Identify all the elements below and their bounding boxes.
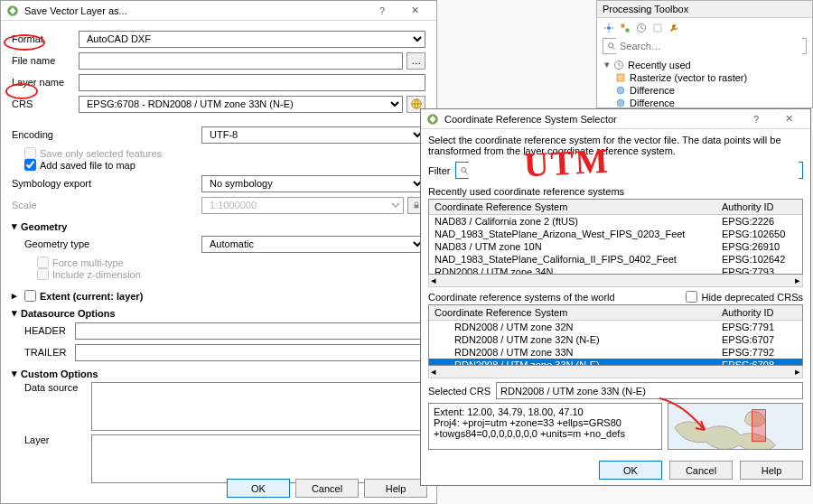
list-row[interactable]: NAD_1983_StatePlane_Arizona_West_FIPS_02… [429, 228, 802, 240]
svg-rect-15 [617, 74, 624, 81]
model-icon[interactable] [619, 22, 631, 34]
ok-button[interactable]: OK [227, 479, 290, 498]
gear-icon[interactable] [603, 22, 615, 34]
layer-ta-label: Layer [24, 434, 91, 445]
selected-crs-field [496, 382, 803, 399]
toolbox-search[interactable] [603, 38, 807, 54]
browse-button[interactable]: … [406, 52, 425, 70]
help-button[interactable]: Help [364, 479, 427, 498]
svg-rect-9 [626, 29, 630, 33]
geometry-section[interactable]: ▾Geometry [12, 218, 425, 235]
qgis-icon [6, 5, 19, 17]
horizontal-scrollbar[interactable]: ◂▸ [428, 275, 803, 287]
crs-titlebar: Coordinate Reference System Selector ? ✕ [421, 109, 810, 129]
column-header-crs[interactable]: Coordinate Reference System [429, 305, 716, 320]
layer-textarea[interactable] [91, 434, 425, 483]
svg-point-19 [462, 167, 466, 172]
titlebar: Save Vector Layer as... ? ✕ [1, 1, 436, 21]
algorithm-icon [615, 85, 626, 96]
list-row[interactable]: RDN2008 / UTM zone 33NEPSG:7792 [429, 346, 802, 359]
scale-label: Scale [12, 200, 201, 210]
list-row[interactable]: RDN2008 / UTM zone 32NEPSG:7791 [429, 321, 802, 333]
crs-help-button[interactable]: Help [740, 461, 803, 480]
list-row[interactable]: RDN2008 / UTM zone 33N (N-E)EPSG:6708 [429, 359, 802, 366]
column-header-auth[interactable]: Authority ID [716, 305, 802, 320]
history-icon[interactable] [635, 22, 648, 34]
horizontal-scrollbar[interactable]: ◂▸ [428, 366, 803, 378]
header-label: HEADER [24, 325, 75, 336]
svg-point-3 [607, 26, 611, 30]
crs-ok-button[interactable]: OK [599, 461, 662, 480]
crs-selector-dialog: Coordinate Reference System Selector ? ✕… [420, 108, 811, 486]
crs-select[interactable]: EPSG:6708 - RDN2008 / UTM zone 33N (N-E) [79, 96, 403, 113]
crs-extent-highlight [752, 409, 766, 442]
svg-line-13 [612, 47, 615, 50]
format-label: Format [12, 33, 79, 44]
hide-deprecated-check[interactable]: Hide deprecated CRSs [686, 291, 803, 303]
trailer-input[interactable] [75, 344, 425, 361]
datasource-options-section[interactable]: ▾Datasource Options [12, 304, 425, 322]
crs-label: CRS [12, 98, 79, 109]
filename-input[interactable] [79, 52, 403, 70]
recently-used-node[interactable]: ▾Recently used [603, 58, 807, 71]
svg-rect-11 [654, 24, 661, 32]
list-row[interactable]: RDN2008 / UTM zone 34NEPSG:7793 [429, 266, 802, 275]
dialog-close-button[interactable]: ✕ [398, 1, 431, 21]
trailer-label: TRAILER [24, 347, 75, 358]
save-only-selected-check: Save only selected features [24, 147, 425, 159]
world-map-icon [670, 406, 800, 450]
list-row[interactable]: RDN2008 / UTM zone 32N (N-E)EPSG:6707 [429, 333, 802, 346]
encoding-label: Encoding [12, 129, 201, 140]
filename-label: File name [12, 55, 79, 66]
column-header-auth[interactable]: Authority ID [716, 200, 802, 214]
custom-options-section[interactable]: ▾Custom Options [12, 365, 425, 382]
raster-icon [615, 72, 626, 83]
dialog-help-button[interactable]: ? [366, 1, 398, 21]
layername-input[interactable] [79, 74, 425, 91]
svg-point-16 [617, 87, 624, 94]
crs-dialog-help-button[interactable]: ? [740, 109, 772, 129]
format-select[interactable]: AutoCAD DXF [79, 31, 425, 48]
tree-item[interactable]: Difference [603, 97, 807, 109]
svg-rect-2 [415, 205, 419, 209]
toolbox-title: Processing Toolbox [597, 1, 812, 18]
wrench-icon[interactable] [668, 22, 680, 34]
crs-description: Select the coordinate reference system f… [428, 135, 803, 156]
toolbox-toolbar [603, 22, 807, 34]
add-saved-file-check[interactable]: Add saved file to map [24, 159, 425, 171]
symbology-label: Symbology export [12, 178, 201, 189]
extent-section[interactable]: ▸Extent (current: layer) [12, 287, 425, 304]
crs-dialog-title: Coordinate Reference System Selector [444, 114, 740, 125]
clock-icon [613, 60, 624, 70]
crs-extent-text: Extent: 12.00, 34.79, 18.00, 47.10 Proj4… [428, 403, 662, 450]
encoding-select[interactable]: UTF-8 [201, 126, 425, 144]
algorithm-icon [615, 98, 626, 108]
crs-cancel-button[interactable]: Cancel [669, 461, 733, 480]
symbology-select[interactable]: No symbology [201, 175, 425, 192]
tree-item[interactable]: Rasterize (vector to raster) [603, 71, 807, 84]
results-icon[interactable] [651, 22, 664, 34]
search-icon [607, 42, 616, 51]
recent-crs-list[interactable]: Coordinate Reference SystemAuthority ID … [428, 199, 803, 275]
crs-filter-input[interactable] [469, 162, 799, 179]
data-source-textarea[interactable] [91, 382, 425, 431]
list-row[interactable]: NAD_1983_StatePlane_California_II_FIPS_0… [429, 253, 802, 266]
filter-label: Filter [428, 165, 450, 176]
column-header-crs[interactable]: Coordinate Reference System [429, 200, 716, 214]
header-input[interactable] [75, 322, 425, 340]
world-crs-list[interactable]: Coordinate Reference SystemAuthority ID … [428, 304, 803, 366]
svg-line-20 [466, 172, 469, 174]
svg-rect-8 [621, 24, 625, 28]
toolbox-search-input[interactable] [616, 38, 802, 55]
save-vector-layer-dialog: Save Vector Layer as... ? ✕ Format AutoC… [0, 0, 437, 504]
list-row[interactable]: NAD83 / California zone 2 (ftUS)EPSG:222… [429, 215, 802, 228]
processing-toolbox-panel: Processing Toolbox ▾Recently used Raster… [596, 0, 813, 108]
svg-point-12 [609, 43, 613, 48]
cancel-button[interactable]: Cancel [295, 479, 359, 498]
layername-label: Layer name [12, 77, 79, 88]
list-row[interactable]: NAD83 / UTM zone 10NEPSG:26910 [429, 240, 802, 253]
tree-item[interactable]: Difference [603, 84, 807, 97]
svg-point-17 [617, 99, 624, 107]
crs-dialog-close-button[interactable]: ✕ [772, 109, 805, 129]
geometry-type-select[interactable]: Automatic [201, 236, 425, 253]
